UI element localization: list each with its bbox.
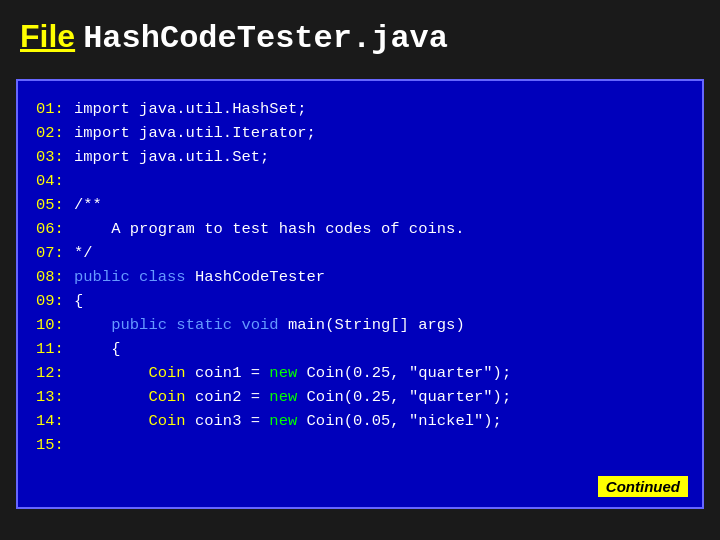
- code-text-11: {: [74, 337, 121, 361]
- line-num-15: 15:: [36, 433, 74, 457]
- line-num-11: 11:: [36, 337, 74, 361]
- code-line-15: 15:: [36, 433, 684, 457]
- code-text-02: import java.util.Iterator;: [74, 121, 316, 145]
- code-line-08: 08: public class HashCodeTester: [36, 265, 684, 289]
- code-line-14: 14: Coin coin3 = new Coin(0.05, "nickel"…: [36, 409, 684, 433]
- line-num-05: 05:: [36, 193, 74, 217]
- code-line-12: 12: Coin coin1 = new Coin(0.25, "quarter…: [36, 361, 684, 385]
- code-line-05: 05: /**: [36, 193, 684, 217]
- code-line-02: 02: import java.util.Iterator;: [36, 121, 684, 145]
- code-line-04: 04:: [36, 169, 684, 193]
- line-num-02: 02:: [36, 121, 74, 145]
- code-line-06: 06: A program to test hash codes of coin…: [36, 217, 684, 241]
- code-text-08: public class HashCodeTester: [74, 265, 325, 289]
- line-num-14: 14:: [36, 409, 74, 433]
- line-num-04: 04:: [36, 169, 74, 193]
- code-text-14: Coin coin3 = new Coin(0.05, "nickel");: [74, 409, 502, 433]
- code-text-13: Coin coin2 = new Coin(0.25, "quarter");: [74, 385, 511, 409]
- code-text-12: Coin coin1 = new Coin(0.25, "quarter");: [74, 361, 511, 385]
- line-num-13: 13:: [36, 385, 74, 409]
- title-file-label: File: [20, 18, 75, 55]
- line-num-03: 03:: [36, 145, 74, 169]
- line-num-01: 01:: [36, 97, 74, 121]
- code-text-07: */: [74, 241, 93, 265]
- code-line-07: 07: */: [36, 241, 684, 265]
- title-filename: HashCodeTester.java: [83, 20, 448, 57]
- code-container: 01: import java.util.HashSet; 02: import…: [16, 79, 704, 509]
- line-num-12: 12:: [36, 361, 74, 385]
- line-num-10: 10:: [36, 313, 74, 337]
- line-num-09: 09:: [36, 289, 74, 313]
- code-text-03: import java.util.Set;: [74, 145, 269, 169]
- code-text-01: import java.util.HashSet;: [74, 97, 307, 121]
- code-line-03: 03: import java.util.Set;: [36, 145, 684, 169]
- code-line-01: 01: import java.util.HashSet;: [36, 97, 684, 121]
- code-line-13: 13: Coin coin2 = new Coin(0.25, "quarter…: [36, 385, 684, 409]
- code-line-10: 10: public static void main(String[] arg…: [36, 313, 684, 337]
- line-num-06: 06:: [36, 217, 74, 241]
- code-text-05: /**: [74, 193, 102, 217]
- code-line-09: 09: {: [36, 289, 684, 313]
- line-num-08: 08:: [36, 265, 74, 289]
- code-text-06: A program to test hash codes of coins.: [74, 217, 465, 241]
- code-line-11: 11: {: [36, 337, 684, 361]
- continued-badge: Continued: [598, 476, 688, 497]
- title-bar: File HashCodeTester.java: [0, 0, 720, 71]
- code-text-09: {: [74, 289, 83, 313]
- code-text-10: public static void main(String[] args): [74, 313, 465, 337]
- line-num-07: 07:: [36, 241, 74, 265]
